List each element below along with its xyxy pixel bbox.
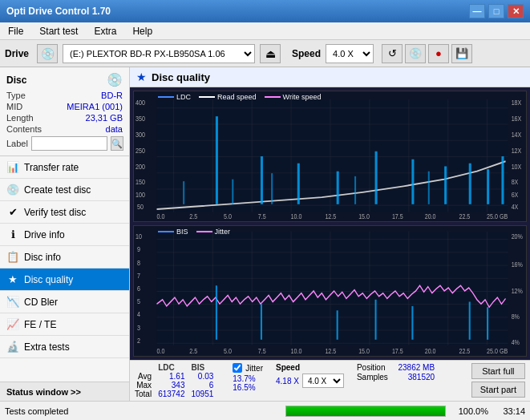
svg-text:18X: 18X xyxy=(512,99,522,107)
start-part-button[interactable]: Start part xyxy=(471,382,525,398)
ldc-legend: LDC Read speed Write speed xyxy=(158,93,321,101)
svg-rect-34 xyxy=(375,151,378,204)
sidebar-item-verify-test-disc[interactable]: ✔ Verify test disc xyxy=(0,201,129,224)
samples-label: Samples xyxy=(357,373,388,382)
eject-button[interactable]: ⏏ xyxy=(260,44,281,63)
bis-jitter-legend: BIS Jitter xyxy=(158,228,230,236)
col-bis: BIS xyxy=(192,363,220,372)
svg-text:10X: 10X xyxy=(512,164,522,172)
disc-button[interactable]: 💿 xyxy=(405,44,426,63)
disc-length-label: Length xyxy=(6,113,34,123)
stats-table: LDC BIS Avg 1.61 0.03 Max 343 6 Total xyxy=(135,363,220,398)
disc-contents-row: Contents data xyxy=(6,124,123,134)
menu-file[interactable]: File xyxy=(5,24,26,38)
sidebar-item-extra-tests[interactable]: 🔬 Extra tests xyxy=(0,336,129,358)
main-layout: Disc 💿 Type BD-R MID MEIRA1 (001) Length… xyxy=(0,67,530,401)
jitter-legend-label: Jitter xyxy=(215,228,231,236)
position-label: Position xyxy=(357,363,386,372)
sidebar-item-fe-te[interactable]: 📈 FE / TE xyxy=(0,313,129,336)
svg-text:10.0: 10.0 xyxy=(291,346,302,355)
svg-text:9: 9 xyxy=(137,244,140,253)
action-buttons: Start full Start part xyxy=(471,363,525,398)
bis-legend-color xyxy=(158,231,174,232)
close-button[interactable]: ✕ xyxy=(508,4,524,18)
drive-label: Drive xyxy=(5,48,29,59)
disc-label-input[interactable] xyxy=(31,136,107,151)
status-window-label: Status window >> xyxy=(6,387,81,397)
sidebar-item-disc-quality[interactable]: ★ Disc quality xyxy=(0,269,129,291)
svg-text:12.5: 12.5 xyxy=(325,346,336,355)
svg-text:14X: 14X xyxy=(512,131,522,139)
svg-rect-32 xyxy=(297,164,300,204)
read-speed-legend-color xyxy=(199,96,215,98)
svg-text:150: 150 xyxy=(136,178,145,186)
disc-label-button[interactable]: 🔍 xyxy=(111,136,123,151)
read-speed-legend-label: Read speed xyxy=(217,93,257,101)
svg-rect-42 xyxy=(271,173,273,204)
minimize-button[interactable]: — xyxy=(469,4,485,18)
svg-rect-35 xyxy=(411,160,414,204)
svg-rect-33 xyxy=(337,172,339,204)
menu-start-test[interactable]: Start test xyxy=(36,24,81,38)
svg-rect-73 xyxy=(216,285,217,340)
sidebar-item-create-test-disc[interactable]: 💿 Create test disc xyxy=(0,179,129,201)
refresh-button[interactable]: ↺ xyxy=(382,44,403,63)
svg-text:16X: 16X xyxy=(512,115,522,123)
svg-text:6: 6 xyxy=(137,284,140,293)
disc-section: Disc 💿 Type BD-R MID MEIRA1 (001) Length… xyxy=(0,67,129,156)
menu-help[interactable]: Help xyxy=(129,24,156,38)
position-section: Position 23862 MB Samples 381520 xyxy=(357,363,435,382)
save-button[interactable]: 💾 xyxy=(451,44,472,63)
svg-text:12%: 12% xyxy=(512,286,524,295)
create-test-disc-icon: 💿 xyxy=(6,184,19,196)
write-speed-legend-label: Write speed xyxy=(283,93,322,101)
ldc-legend-item: LDC xyxy=(158,93,191,101)
avg-ldc: 1.61 xyxy=(158,372,191,381)
jitter-legend-item: Jitter xyxy=(196,228,231,236)
svg-text:17.5: 17.5 xyxy=(392,346,403,355)
svg-text:300: 300 xyxy=(136,131,145,139)
time-text: 33:14 xyxy=(495,406,525,416)
stats-speed-select[interactable]: 4.0 X xyxy=(302,374,344,388)
disc-quality-header: ★ Disc quality xyxy=(130,67,530,87)
ldc-chart: LDC Read speed Write speed xyxy=(133,91,527,222)
sidebar-item-label-transfer-rate: Transfer rate xyxy=(24,162,79,173)
title-bar: Opti Drive Control 1.70 — □ ✕ xyxy=(0,0,530,22)
svg-rect-36 xyxy=(444,166,447,204)
svg-text:50: 50 xyxy=(137,203,144,211)
svg-rect-44 xyxy=(428,172,430,204)
sidebar-item-transfer-rate[interactable]: 📊 Transfer rate xyxy=(0,156,129,179)
svg-text:250: 250 xyxy=(136,147,145,155)
speed-section: Speed 4.18 X 4.0 X xyxy=(276,363,344,388)
svg-text:400: 400 xyxy=(136,99,145,107)
record-button[interactable]: ● xyxy=(428,44,449,63)
svg-rect-38 xyxy=(487,169,489,204)
svg-text:4: 4 xyxy=(137,309,140,318)
status-text: Tests completed xyxy=(5,406,279,416)
sidebar-item-disc-info[interactable]: 📋 Disc info xyxy=(0,246,129,269)
disc-length-val: 23,31 GB xyxy=(86,113,123,123)
ldc-legend-label: LDC xyxy=(176,93,191,101)
menu-extra[interactable]: Extra xyxy=(91,24,119,38)
status-window-button[interactable]: Status window >> xyxy=(0,382,129,401)
sidebar-item-drive-info[interactable]: ℹ Drive info xyxy=(0,224,129,246)
start-full-button[interactable]: Start full xyxy=(471,363,525,379)
svg-rect-39 xyxy=(501,156,504,204)
svg-rect-79 xyxy=(487,307,488,340)
maximize-button[interactable]: □ xyxy=(488,4,504,18)
jitter-checkbox[interactable] xyxy=(233,363,242,373)
jitter-label: Jitter xyxy=(245,364,263,373)
progress-text: 100.0% xyxy=(452,406,488,416)
progress-fill xyxy=(286,406,445,416)
speed-select[interactable]: 4.0 X xyxy=(326,44,374,63)
ldc-legend-color xyxy=(158,96,174,98)
drive-icon-left[interactable]: 💿 xyxy=(37,44,58,63)
window-controls: — □ ✕ xyxy=(469,4,524,18)
sidebar-item-cd-bler[interactable]: 📉 CD Bler xyxy=(0,291,129,313)
svg-text:7.5: 7.5 xyxy=(258,346,266,355)
drive-select[interactable]: (E:) PLEXTOR BD-R PX-LB950SA 1.06 xyxy=(63,44,255,63)
status-bar: Tests completed 100.0% 33:14 xyxy=(0,401,530,420)
disc-contents-val: data xyxy=(106,124,123,134)
svg-rect-37 xyxy=(469,164,471,204)
disc-section-title: Disc xyxy=(6,75,26,86)
